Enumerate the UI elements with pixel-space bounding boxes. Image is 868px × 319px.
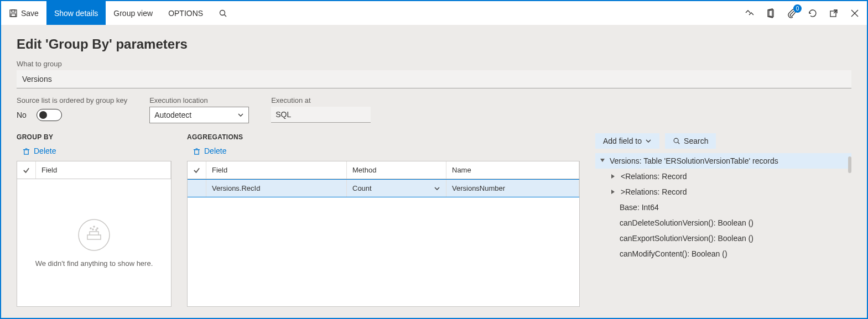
options-label: OPTIONS [168, 9, 203, 18]
ordered-label: Source list is ordered by group key [17, 96, 127, 104]
save-label: Save [21, 9, 39, 18]
search-icon [673, 137, 680, 145]
tree-node[interactable]: >Relations: Record [595, 184, 851, 200]
tree-search-button[interactable]: Search [665, 133, 716, 149]
agg-select-all[interactable] [188, 161, 206, 179]
aggregations-panel: AGGREGATIONS Delete Field Method Name Ve… [187, 133, 580, 307]
svg-rect-9 [24, 149, 29, 154]
agg-method-header[interactable]: Method [347, 161, 446, 179]
content-area: Edit 'Group By' parameters What to group… [1, 25, 867, 318]
expander-icon[interactable] [611, 189, 616, 195]
show-details-button[interactable]: Show details [46, 1, 106, 25]
groupby-empty-state: We didn't find anything to show here. [17, 179, 171, 306]
search-toolbar-button[interactable] [211, 1, 235, 25]
agg-row-field[interactable]: Versions.RecId [206, 180, 347, 197]
svg-point-14 [93, 226, 95, 227]
what-to-group-input[interactable]: Versions [17, 70, 851, 88]
exec-location-label: Execution location [149, 96, 249, 104]
tree-node[interactable]: <Relations: Record [595, 169, 851, 184]
agg-delete-label: Delete [204, 147, 226, 155]
group-view-button[interactable]: Group view [106, 1, 160, 25]
agg-row-method[interactable]: Count [347, 180, 446, 197]
ordered-toggle[interactable] [37, 109, 62, 121]
tree-panel: Add field to Search Versions: Table 'ERS… [595, 133, 851, 307]
tree-search-label: Search [684, 137, 708, 145]
chevron-down-icon [237, 112, 244, 118]
agg-grid: Field Method Name Versions.RecId Count V… [187, 161, 580, 307]
exec-at-input[interactable]: SQL [271, 107, 371, 123]
tree-leaf[interactable]: canDeleteSolutionVersion(): Boolean () [595, 215, 851, 231]
tree-leaf[interactable]: canExportSolutionVersion(): Boolean () [595, 231, 851, 246]
groupby-delete-label: Delete [34, 147, 56, 155]
toolbar-right: 0 [743, 1, 867, 25]
agg-row[interactable]: Versions.RecId Count VersionsNumber [188, 179, 579, 197]
add-field-to-label: Add field to [603, 137, 642, 145]
options-button[interactable]: OPTIONS [160, 1, 211, 25]
attachments-badge: 0 [793, 4, 802, 13]
office-icon[interactable] [764, 7, 777, 20]
agg-grid-header: Field Method Name [188, 161, 579, 179]
svg-line-4 [225, 14, 227, 17]
group-view-label: Group view [113, 9, 153, 18]
svg-point-3 [220, 10, 225, 15]
empty-icon [77, 218, 111, 252]
attachments-button[interactable]: 0 [785, 7, 798, 20]
agg-row-check[interactable] [188, 180, 206, 197]
svg-point-17 [96, 229, 97, 231]
svg-point-16 [92, 229, 93, 230]
connector-icon[interactable] [743, 7, 756, 20]
trash-icon [22, 147, 30, 155]
groupby-empty-text: We didn't find anything to show here. [35, 259, 153, 268]
groupby-grid-header: Field [17, 161, 171, 179]
tree-leaf[interactable]: canModifyContent(): Boolean () [595, 246, 851, 262]
trash-icon [193, 147, 201, 155]
svg-line-22 [678, 142, 679, 144]
svg-rect-18 [195, 149, 199, 154]
agg-name-header[interactable]: Name [446, 161, 579, 179]
expander-icon[interactable] [600, 158, 605, 164]
agg-row-name[interactable]: VersionsNumber [446, 180, 579, 197]
svg-marker-25 [611, 190, 615, 194]
groupby-delete-button[interactable]: Delete [22, 147, 171, 155]
scrollbar-thumb[interactable] [848, 156, 851, 173]
groupby-select-all[interactable] [17, 161, 36, 179]
show-details-label: Show details [54, 9, 98, 18]
expander-icon[interactable] [611, 174, 616, 179]
exec-location-value: Autodetect [154, 111, 191, 119]
chevron-down-icon [645, 138, 652, 144]
svg-marker-24 [611, 174, 615, 179]
popout-button[interactable] [827, 7, 840, 20]
exec-at-label: Execution at [271, 96, 371, 104]
agg-field-header[interactable]: Field [206, 161, 347, 179]
groupby-field-header[interactable]: Field [36, 161, 171, 179]
svg-point-15 [97, 228, 98, 229]
save-icon [9, 9, 18, 18]
svg-point-21 [674, 138, 678, 143]
toolbar: Save Show details Group view OPTIONS 0 [1, 1, 867, 25]
close-button[interactable] [848, 7, 861, 20]
refresh-button[interactable] [806, 7, 819, 20]
ordered-value: No [17, 111, 27, 119]
what-to-group-label: What to group [17, 60, 851, 68]
agg-delete-button[interactable]: Delete [193, 147, 580, 155]
svg-rect-2 [11, 14, 15, 17]
tree-root[interactable]: Versions: Table 'ERSolutionVersionTable'… [595, 153, 851, 169]
exec-location-select[interactable]: Autodetect [149, 107, 249, 123]
add-field-to-button[interactable]: Add field to [595, 133, 659, 149]
agg-section-label: AGGREGATIONS [187, 133, 580, 141]
tree-leaf[interactable]: Base: Int64 [595, 200, 851, 215]
svg-point-13 [90, 228, 91, 229]
groupby-section-label: GROUP BY [17, 133, 171, 141]
groupby-grid: Field We didn't find anything to show he… [17, 161, 171, 307]
search-icon [219, 9, 227, 18]
svg-rect-1 [12, 10, 15, 12]
save-button[interactable]: Save [1, 1, 46, 25]
svg-marker-23 [600, 159, 605, 162]
groupby-panel: GROUP BY Delete Field We didn't find any… [17, 133, 171, 307]
svg-line-6 [834, 10, 837, 13]
chevron-down-icon [434, 185, 440, 192]
page-title: Edit 'Group By' parameters [17, 36, 851, 52]
tree-list: Versions: Table 'ERSolutionVersionTable'… [595, 153, 851, 307]
